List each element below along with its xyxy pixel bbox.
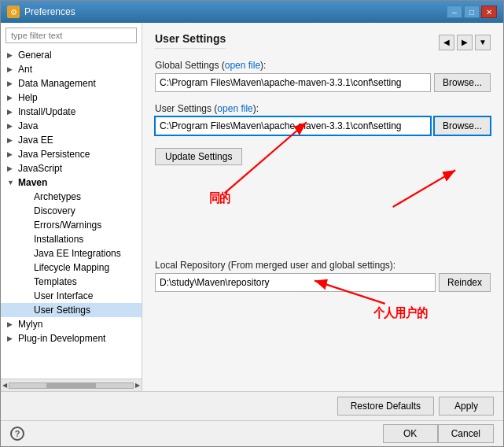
content-wrapper: User Settings ◀ ▶ ▼ Global Settings (ope… bbox=[142, 23, 503, 391]
global-open-file-link[interactable]: open file bbox=[225, 60, 260, 71]
sidebar-item-label: Errors/Warnings bbox=[34, 220, 101, 231]
sidebar-item-maven[interactable]: ▼ Maven bbox=[1, 175, 142, 190]
minimize-button[interactable]: – bbox=[447, 6, 462, 18]
expand-icon: ▶ bbox=[7, 122, 15, 130]
sidebar-item-label: User Settings bbox=[34, 305, 90, 316]
window-title: Preferences bbox=[24, 6, 75, 17]
sidebar-item-mylyn[interactable]: ▶ Mylyn bbox=[1, 317, 142, 331]
user-settings-input[interactable] bbox=[155, 116, 431, 135]
user-browse-button[interactable]: Browse... bbox=[434, 116, 491, 135]
main-area: ▶ General ▶ Ant ▶ Data Management ▶ Help… bbox=[1, 23, 503, 391]
global-settings-row: Browse... bbox=[155, 73, 491, 92]
content-title: User Settings bbox=[155, 32, 226, 49]
sidebar-item-install-update[interactable]: ▶ Install/Update bbox=[1, 105, 142, 119]
sidebar-item-user-settings[interactable]: User Settings bbox=[1, 303, 142, 317]
scroll-track[interactable] bbox=[9, 382, 134, 389]
expand-icon: ▼ bbox=[7, 179, 15, 187]
sidebar-item-templates[interactable]: Templates bbox=[1, 275, 142, 289]
cancel-button[interactable]: Cancel bbox=[438, 424, 494, 443]
dropdown-icon[interactable]: ▼ bbox=[475, 35, 491, 50]
title-bar-left: ⚙ Preferences bbox=[7, 6, 75, 18]
user-settings-section: User Settings (open file): Browse... bbox=[155, 103, 491, 139]
sidebar-scrollbar[interactable]: ◀ ▶ bbox=[1, 379, 142, 391]
sidebar-item-label: Templates bbox=[34, 276, 77, 287]
help-bar: ? OK Cancel bbox=[1, 420, 503, 446]
sidebar-item-java-persistence[interactable]: ▶ Java Persistence bbox=[1, 147, 142, 161]
sidebar-item-label: JavaScript bbox=[18, 163, 62, 174]
local-repo-label: Local Repository (From merged user and g… bbox=[155, 260, 491, 271]
apply-button[interactable]: Apply bbox=[439, 397, 494, 416]
sidebar-item-java-ee[interactable]: ▶ Java EE bbox=[1, 133, 142, 147]
update-settings-section: Update Settings bbox=[155, 146, 491, 165]
sidebar-item-installations[interactable]: Installations bbox=[1, 232, 142, 246]
global-settings-label: Global Settings (open file): bbox=[155, 60, 491, 71]
sidebar-item-label: Java Persistence bbox=[18, 149, 90, 160]
sidebar: ▶ General ▶ Ant ▶ Data Management ▶ Help… bbox=[1, 23, 142, 391]
user-settings-label: User Settings (open file): bbox=[155, 103, 491, 114]
content-toolbar: ◀ ▶ ▼ bbox=[439, 35, 491, 50]
expand-icon: ▶ bbox=[7, 79, 15, 87]
expand-icon: ▶ bbox=[7, 108, 15, 116]
sidebar-item-label: Plug-in Development bbox=[18, 333, 105, 344]
action-bar: Restore Defaults Apply bbox=[1, 391, 503, 420]
sidebar-item-label: Maven bbox=[18, 177, 47, 188]
app-icon: ⚙ bbox=[7, 6, 20, 18]
preferences-window: ⚙ Preferences – □ ✕ ▶ General ▶ Ant bbox=[0, 0, 504, 447]
sidebar-item-label: Lifecycle Mapping bbox=[34, 262, 109, 273]
sidebar-item-label: Java EE Integrations bbox=[34, 248, 121, 259]
ok-button[interactable]: OK bbox=[383, 424, 438, 443]
restore-defaults-button[interactable]: Restore Defaults bbox=[337, 397, 434, 416]
sidebar-item-data-mgmt[interactable]: ▶ Data Management bbox=[1, 76, 142, 91]
sidebar-item-label: Archetypes bbox=[34, 191, 81, 202]
scroll-thumb bbox=[46, 383, 96, 388]
help-icon[interactable]: ? bbox=[10, 427, 24, 441]
expand-icon: ▶ bbox=[7, 51, 15, 59]
expand-icon: ▶ bbox=[7, 136, 15, 144]
sidebar-item-label: Installations bbox=[34, 234, 83, 245]
sidebar-item-general[interactable]: ▶ General bbox=[1, 48, 142, 62]
sidebar-item-label: Discovery bbox=[34, 205, 75, 216]
sidebar-item-javascript[interactable]: ▶ JavaScript bbox=[1, 161, 142, 175]
sidebar-item-ant[interactable]: ▶ Ant bbox=[1, 62, 142, 76]
sidebar-item-lifecycle-mapping[interactable]: Lifecycle Mapping bbox=[1, 260, 142, 275]
sidebar-item-label: Help bbox=[18, 92, 38, 103]
local-repo-row: Reindex bbox=[155, 273, 491, 292]
sidebar-item-label: General bbox=[18, 50, 52, 61]
sidebar-item-java-ee-integration[interactable]: Java EE Integrations bbox=[1, 246, 142, 260]
global-browse-button[interactable]: Browse... bbox=[434, 73, 491, 92]
sidebar-item-label: User Interface bbox=[34, 290, 93, 301]
expand-icon: ▶ bbox=[7, 334, 15, 342]
local-repo-input[interactable] bbox=[155, 273, 436, 292]
sidebar-item-label: Java bbox=[18, 120, 38, 131]
sidebar-item-help[interactable]: ▶ Help bbox=[1, 91, 142, 105]
close-button[interactable]: ✕ bbox=[481, 6, 497, 18]
sidebar-item-archetypes[interactable]: Archetypes bbox=[1, 190, 142, 204]
sidebar-item-errors-warnings[interactable]: Errors/Warnings bbox=[1, 218, 142, 232]
scroll-left-icon[interactable]: ◀ bbox=[2, 382, 7, 389]
expand-icon: ▶ bbox=[7, 65, 15, 73]
sidebar-item-java[interactable]: ▶ Java bbox=[1, 119, 142, 133]
sidebar-item-label: Data Management bbox=[18, 78, 96, 89]
sidebar-item-label: Install/Update bbox=[18, 106, 75, 117]
forward-icon[interactable]: ▶ bbox=[457, 35, 473, 50]
filter-input[interactable] bbox=[6, 28, 137, 43]
content-area: User Settings ◀ ▶ ▼ Global Settings (ope… bbox=[142, 23, 503, 391]
tree-area: ▶ General ▶ Ant ▶ Data Management ▶ Help… bbox=[1, 48, 142, 379]
sidebar-item-label: Java EE bbox=[18, 135, 53, 146]
global-settings-input[interactable] bbox=[155, 73, 431, 92]
footer-area: Restore Defaults Apply ? OK Cancel bbox=[1, 391, 503, 446]
global-settings-section: Global Settings (open file): Browse... bbox=[155, 60, 491, 95]
local-repo-section: Local Repository (From merged user and g… bbox=[155, 260, 491, 295]
sidebar-item-user-interface[interactable]: User Interface bbox=[1, 289, 142, 303]
update-settings-button[interactable]: Update Settings bbox=[155, 148, 242, 165]
scroll-right-icon[interactable]: ▶ bbox=[135, 382, 140, 389]
user-open-file-link[interactable]: open file bbox=[217, 103, 252, 114]
maximize-button[interactable]: □ bbox=[464, 6, 480, 18]
window-controls: – □ ✕ bbox=[447, 6, 497, 18]
sidebar-item-discovery[interactable]: Discovery bbox=[1, 204, 142, 218]
reindex-button[interactable]: Reindex bbox=[439, 273, 491, 292]
sidebar-item-plugin-dev[interactable]: ▶ Plug-in Development bbox=[1, 331, 142, 345]
user-settings-row: Browse... bbox=[155, 116, 491, 135]
expand-icon: ▶ bbox=[7, 150, 15, 158]
back-icon[interactable]: ◀ bbox=[439, 35, 454, 50]
